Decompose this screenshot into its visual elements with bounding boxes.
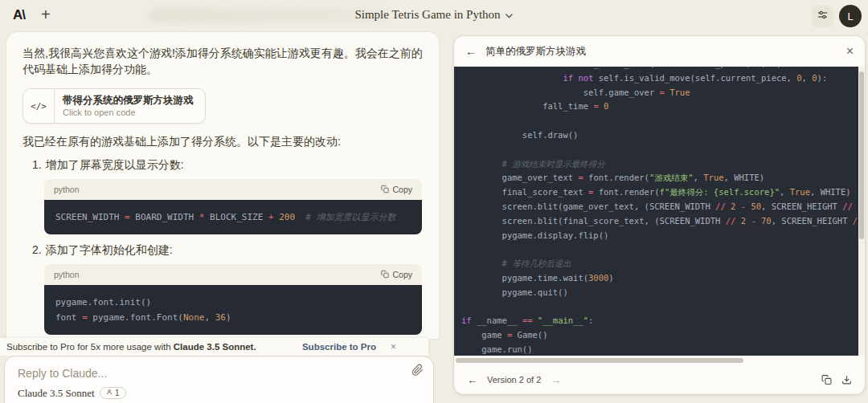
paperclip-icon	[411, 365, 424, 379]
download-button[interactable]	[841, 374, 852, 385]
artifact-close-icon[interactable]: ×	[846, 44, 854, 59]
code-language-label: python	[54, 185, 80, 194]
vertical-scrollbar-thumb[interactable]	[859, 71, 864, 239]
model-selector[interactable]: Claude 3.5 Sonnet	[18, 387, 95, 400]
copy-button[interactable]: Copy	[381, 270, 412, 280]
conversation-title: Simple Tetris Game in Python	[354, 8, 500, 22]
version-label: Version 2 of 2	[487, 375, 541, 385]
back-arrow-icon[interactable]: ←	[465, 45, 477, 58]
banner-close-icon[interactable]: ×	[391, 341, 428, 352]
usage-badge[interactable]: 1	[100, 387, 126, 399]
artifact-card-subtitle: Click to open code	[63, 107, 194, 118]
banner-text: Subscribe to Pro for 5x more usage with	[6, 342, 174, 352]
chat-panel: 当然,我很高兴您喜欢这个游戏!添加得分系统确实能让游戏更有趣。我会在之前的代码基…	[6, 32, 439, 339]
person-icon	[106, 389, 113, 397]
artifact-code-content: if self.is_valid_move(self.current_piece…	[454, 67, 858, 356]
clipboard-icon	[381, 185, 389, 195]
changes-intro: 我已经在原有的游戏基础上添加了得分系统。以下是主要的改动:	[23, 135, 428, 149]
assistant-message-intro: 当然,我很高兴您喜欢这个游戏!添加得分系统确实能让游戏更有趣。我会在之前的代码基…	[23, 45, 428, 77]
code-icon: </>	[23, 89, 55, 123]
horizontal-scrollbar	[454, 356, 865, 365]
attachment-button[interactable]	[411, 364, 424, 380]
next-version-button[interactable]: →	[551, 374, 561, 386]
previous-version-button[interactable]: ←	[467, 374, 477, 386]
usage-count: 1	[115, 389, 120, 397]
top-bar: A\ + Simple Tetris Game in Python L	[0, 0, 868, 32]
chat-code-block-1: python Copy SCREEN_WIDTH = BOARD_WIDTH *…	[44, 179, 422, 234]
code-content: pygame.font.init()font = pygame.font.Fon…	[44, 285, 422, 335]
reply-input-placeholder[interactable]: Reply to Claude...	[18, 367, 107, 380]
artifact-title: 简单的俄罗斯方块游戏	[485, 45, 586, 59]
conversation-title-dropdown[interactable]: Simple Tetris Game in Python	[354, 8, 513, 22]
artifact-panel: ← 简单的俄罗斯方块游戏 × if self.is_valid_move(sel…	[454, 36, 865, 394]
redacted-text-smudge	[149, 8, 390, 22]
artifact-code-viewer: if self.is_valid_move(self.current_piece…	[454, 67, 865, 356]
list-item-2: 2.添加了字体初始化和创建:	[32, 243, 428, 258]
list-item-1: 1.增加了屏幕宽度以显示分数:	[32, 158, 428, 173]
vertical-scrollbar[interactable]	[858, 67, 865, 356]
horizontal-scrollbar-thumb[interactable]	[456, 358, 743, 363]
copy-code-button[interactable]	[821, 374, 832, 385]
chevron-down-icon	[506, 8, 514, 22]
copy-button[interactable]: Copy	[381, 185, 412, 195]
subscribe-banner: Subscribe to Pro for 5x more usage with …	[0, 338, 428, 356]
code-content: SCREEN_WIDTH = BOARD_WIDTH * BLOCK_SIZE …	[44, 200, 422, 234]
settings-button[interactable]	[812, 6, 833, 27]
app-window: A\ + Simple Tetris Game in Python L 当然,我…	[0, 0, 868, 403]
anthropic-logo: A\	[13, 7, 25, 23]
chat-code-block-2: python Copy pygame.font.init()font = pyg…	[44, 264, 422, 335]
code-language-label: python	[54, 270, 80, 279]
clipboard-icon	[381, 270, 389, 280]
user-avatar[interactable]: L	[839, 5, 862, 27]
new-chat-button[interactable]: +	[36, 4, 55, 26]
banner-model-name: Claude 3.5 Sonnet.	[174, 342, 256, 352]
subscribe-link[interactable]: Subscribe to Pro	[302, 342, 376, 352]
reply-composer[interactable]: Reply to Claude... Claude 3.5 Sonnet 1	[4, 356, 434, 403]
sliders-icon	[817, 9, 829, 24]
artifact-preview-card[interactable]: </> 带得分系统的俄罗斯方块游戏 Click to open code	[23, 88, 206, 124]
artifact-card-title: 带得分系统的俄罗斯方块游戏	[63, 94, 194, 107]
artifact-header: ← 简单的俄罗斯方块游戏 ×	[454, 36, 865, 67]
artifact-footer: ← Version 2 of 2 →	[454, 365, 865, 394]
